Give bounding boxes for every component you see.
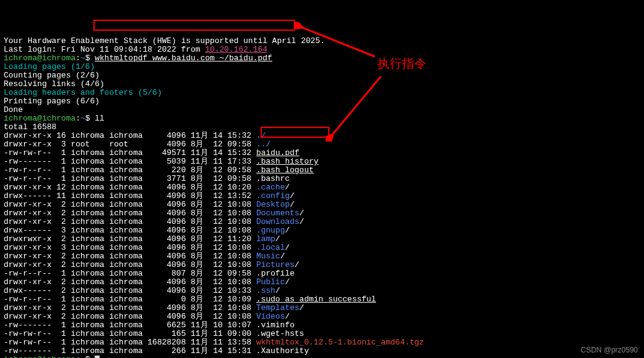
total-line: total 16588 bbox=[4, 123, 640, 132]
progress-line: Loading pages (1/6) bbox=[4, 63, 640, 71]
annotation-label: 执行指令 bbox=[377, 59, 426, 68]
list-item: drwxr-xr-x 12 ichroma ichroma 4096 8月 12… bbox=[4, 183, 640, 192]
list-item: drwxr-xr-x 2 ichroma ichroma 4096 8月 12 … bbox=[4, 209, 640, 218]
list-item: drwxr-xr-x 16 ichroma ichroma 4096 11月 1… bbox=[4, 132, 640, 140]
hwe-line: Your Hardware Enablement Stack (HWE) is … bbox=[4, 37, 640, 46]
terminal-output[interactable]: Your Hardware Enablement Stack (HWE) is … bbox=[4, 37, 640, 358]
list-item: -rw-r--r-- 1 ichroma ichroma 220 8月 12 0… bbox=[4, 166, 640, 175]
progress-line: Done bbox=[4, 106, 640, 114]
list-item: -rw------- 1 ichroma ichroma 6625 11月 10… bbox=[4, 321, 640, 330]
list-item: -rw-rw-r-- 1 ichroma ichroma 165 11月 11 … bbox=[4, 330, 640, 338]
list-item: -rw-rw-r-- 1 ichroma ichroma 49571 11月 1… bbox=[4, 149, 640, 157]
list-item: -rw-r--r-- 1 ichroma ichroma 0 8月 12 10:… bbox=[4, 295, 640, 304]
list-item: drwxr-xr-x 2 ichroma ichroma 4096 8月 12 … bbox=[4, 304, 640, 312]
list-item: drwx------ 3 ichroma ichroma 4096 8月 12 … bbox=[4, 226, 640, 235]
list-item: drwxr-xr-x 2 ichroma ichroma 4096 8月 12 … bbox=[4, 201, 640, 209]
list-item: -rw-r--r-- 1 ichroma ichroma 807 8月 12 0… bbox=[4, 269, 640, 278]
list-item: drwxr-xr-x 3 root root 4096 8月 12 09:58 … bbox=[4, 140, 640, 149]
list-item: -rw------- 1 ichroma ichroma 266 11月 14 … bbox=[4, 347, 640, 356]
list-item: drwxr-xr-x 2 ichroma ichroma 4096 8月 12 … bbox=[4, 312, 640, 321]
cursor bbox=[95, 356, 100, 358]
prompt-line-1[interactable]: ichroma@ichroma:~$ wkhtmltopdf www.baidu… bbox=[4, 54, 640, 63]
progress-line: Printing pages (6/6) bbox=[4, 97, 640, 106]
list-item: -rw------- 1 ichroma ichroma 5039 11月 11… bbox=[4, 157, 640, 166]
list-item: drwxr-xr-x 2 ichroma ichroma 4096 8月 12 … bbox=[4, 261, 640, 269]
progress-line: Loading headers and footers (5/6) bbox=[4, 89, 640, 97]
prompt-line-2[interactable]: ichroma@ichroma:~$ ll bbox=[4, 114, 640, 123]
last-login-line: Last login: Fri Nov 11 09:04:18 2022 fro… bbox=[4, 46, 640, 54]
list-item: drwxr-xr-x 2 ichroma ichroma 4096 8月 12 … bbox=[4, 278, 640, 287]
list-item: drwxr-xr-x 3 ichroma ichroma 4096 8月 12 … bbox=[4, 244, 640, 252]
list-item: drwxr-xr-x 2 ichroma ichroma 4096 8月 12 … bbox=[4, 218, 640, 226]
list-item: drwxr-xr-x 2 ichroma ichroma 4096 8月 12 … bbox=[4, 252, 640, 261]
watermark: CSDN @prz0590 bbox=[581, 346, 638, 354]
prompt-line-3[interactable]: ichroma@ichroma:~$ bbox=[4, 356, 640, 358]
list-item: drwx------ 2 ichroma ichroma 4096 8月 12 … bbox=[4, 287, 640, 295]
highlight-box-command bbox=[93, 20, 295, 31]
list-item: -rw-rw-r-- 1 ichroma ichroma 16828208 11… bbox=[4, 338, 640, 347]
list-item: drwxrwxr-x 2 ichroma ichroma 4096 8月 12 … bbox=[4, 235, 640, 244]
list-item: -rw-r--r-- 1 ichroma ichroma 3771 8月 12 … bbox=[4, 175, 640, 183]
progress-line: Counting pages (2/6) bbox=[4, 71, 640, 80]
progress-line: Resolving links (4/6) bbox=[4, 80, 640, 89]
list-item: drwx------ 11 ichroma ichroma 4096 8月 12… bbox=[4, 192, 640, 201]
